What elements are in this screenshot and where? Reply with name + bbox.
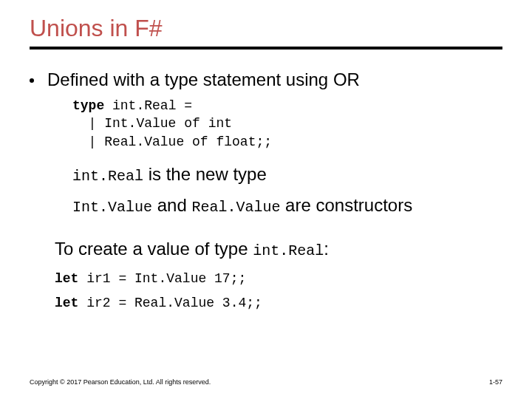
code-line-2: | Int.Value of int bbox=[72, 116, 232, 131]
let-rest-2: ir2 = Real.Value 3.4;; bbox=[78, 296, 262, 310]
code-line-1: int.Real = bbox=[104, 98, 192, 113]
mono-intreal: int.Real bbox=[72, 168, 143, 185]
code-line-3: | Real.Value of float;; bbox=[72, 134, 272, 149]
mono-realvalue: Real.Value bbox=[191, 199, 280, 216]
let-line-1: let ir1 = Int.Value 17;; bbox=[55, 270, 502, 287]
text-to-create: To create a value of type bbox=[55, 239, 253, 259]
bullet-item: Defined with a type statement using OR bbox=[30, 69, 502, 91]
title-divider bbox=[30, 47, 502, 50]
slide-title: Unions in F# bbox=[30, 15, 502, 42]
slide: Unions in F# Defined with a type stateme… bbox=[0, 0, 532, 399]
keyword-let-1: let bbox=[55, 271, 78, 286]
footer: Copyright © 2017 Pearson Education, Ltd.… bbox=[30, 378, 502, 386]
page-number: 1-57 bbox=[489, 378, 502, 386]
keyword-let-2: let bbox=[55, 296, 78, 310]
bullet-text: Defined with a type statement using OR bbox=[47, 69, 360, 91]
text-colon: : bbox=[324, 239, 329, 259]
explain-create: To create a value of type int.Real: bbox=[55, 236, 502, 262]
text-are-constructors: are constructors bbox=[280, 195, 412, 215]
code-block-type: type int.Real = | Int.Value of int | Rea… bbox=[72, 97, 502, 151]
mono-intreal-2: int.Real bbox=[253, 242, 324, 259]
keyword-type: type bbox=[72, 98, 104, 113]
mono-intvalue: Int.Value bbox=[72, 199, 152, 216]
bullet-icon bbox=[30, 78, 34, 83]
let-line-2: let ir2 = Real.Value 3.4;; bbox=[55, 295, 502, 312]
copyright-text: Copyright © 2017 Pearson Education, Ltd.… bbox=[30, 378, 211, 386]
text-and: and bbox=[152, 195, 191, 215]
explain-newtype: int.Real is the new type bbox=[72, 161, 502, 188]
text-is-new-type: is the new type bbox=[143, 164, 267, 184]
let-rest-1: ir1 = Int.Value 17;; bbox=[78, 271, 246, 286]
explain-constructors: Int.Value and Real.Value are constructor… bbox=[72, 192, 502, 219]
